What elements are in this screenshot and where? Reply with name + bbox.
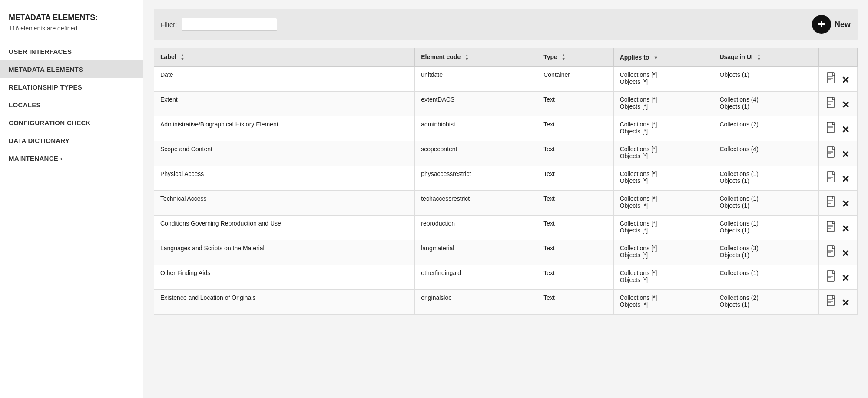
cell-actions: ✕ xyxy=(819,67,858,92)
cell-applies-to: Collections [*]Objects [*] xyxy=(613,191,713,216)
svg-rect-32 xyxy=(827,271,834,281)
delete-button[interactable]: ✕ xyxy=(840,222,851,235)
cell-applies-to: Collections [*]Objects [*] xyxy=(613,141,713,166)
cell-label: Languages and Scripts on the Material xyxy=(154,240,415,265)
cell-type: Text xyxy=(537,240,613,265)
edit-button[interactable] xyxy=(825,294,838,309)
cell-usage-in-ui: Collections (1)Objects (1) xyxy=(713,166,819,191)
sidebar: METADATA ELEMENTS: 116 elements are defi… xyxy=(0,0,143,398)
delete-button[interactable]: ✕ xyxy=(840,272,851,285)
edit-button[interactable] xyxy=(825,146,838,161)
col-header-label[interactable]: Label ▲ ▼ xyxy=(154,48,415,67)
table-row: Existence and Location of Originalsorigi… xyxy=(154,290,858,315)
cell-applies-to: Collections [*]Objects [*] xyxy=(613,116,713,141)
cell-type: Container xyxy=(537,67,613,92)
edit-button[interactable] xyxy=(825,71,838,86)
delete-button[interactable]: ✕ xyxy=(840,148,851,161)
sidebar-subtitle: 116 elements are defined xyxy=(0,24,143,39)
sidebar-item-locales[interactable]: LOCALES xyxy=(0,96,143,114)
cell-element-code: adminbiohist xyxy=(415,116,537,141)
cell-usage-in-ui: Collections (4) xyxy=(713,141,819,166)
cell-label: Extent xyxy=(154,92,415,116)
table-row: Scope and ContentscopecontentTextCollect… xyxy=(154,141,858,166)
cell-type: Text xyxy=(537,116,613,141)
cell-label: Other Finding Aids xyxy=(154,265,415,290)
table-row: Technical AccesstechaccessrestrictTextCo… xyxy=(154,191,858,216)
cell-label: Date xyxy=(154,67,415,92)
delete-button[interactable]: ✕ xyxy=(840,123,851,136)
cell-type: Text xyxy=(537,216,613,240)
table-row: DateunitdateContainerCollections [*]Obje… xyxy=(154,67,858,92)
svg-rect-24 xyxy=(827,221,834,232)
cell-element-code: scopecontent xyxy=(415,141,537,166)
cell-label: Administrative/Biographical History Elem… xyxy=(154,116,415,141)
table-header-row: Label ▲ ▼ Element code ▲ ▼ Type xyxy=(154,48,858,67)
cell-applies-to: Collections [*]Objects [*] xyxy=(613,67,713,92)
col-header-actions xyxy=(819,48,858,67)
sidebar-item-maintenance[interactable]: MAINTENANCE › xyxy=(0,149,143,167)
cell-applies-to: Collections [*]Objects [*] xyxy=(613,240,713,265)
table-row: ExtentextentDACSTextCollections [*]Objec… xyxy=(154,92,858,116)
edit-button[interactable] xyxy=(825,195,838,210)
cell-element-code: extentDACS xyxy=(415,92,537,116)
col-header-type[interactable]: Type ▲ ▼ xyxy=(537,48,613,67)
edit-button[interactable] xyxy=(825,121,838,136)
cell-usage-in-ui: Collections (1) xyxy=(713,265,819,290)
edit-button[interactable] xyxy=(825,269,838,285)
filter-bar: Filter: + New xyxy=(154,9,858,40)
cell-usage-in-ui: Collections (2)Objects (1) xyxy=(713,290,819,315)
delete-button[interactable]: ✕ xyxy=(840,99,851,112)
sidebar-title: METADATA ELEMENTS: xyxy=(0,9,143,24)
edit-button[interactable] xyxy=(825,245,838,260)
usage-sort-icon[interactable]: ▲ ▼ xyxy=(757,53,761,61)
col-header-usage-in-ui[interactable]: Usage in UI ▲ ▼ xyxy=(713,48,819,67)
filter-label: Filter: xyxy=(161,21,177,28)
table-row: Conditions Governing Reproduction and Us… xyxy=(154,216,858,240)
cell-applies-to: Collections [*]Objects [*] xyxy=(613,166,713,191)
type-sort-icon[interactable]: ▲ ▼ xyxy=(562,53,566,61)
sidebar-item-metadata-elements[interactable]: METADATA ELEMENTS xyxy=(0,60,143,78)
cell-type: Text xyxy=(537,290,613,315)
sidebar-item-relationship-types[interactable]: RELATIONSHIP TYPES xyxy=(0,78,143,96)
cell-label: Existence and Location of Originals xyxy=(154,290,415,315)
main-content: Filter: + New Label ▲ ▼ Element code xyxy=(143,0,868,398)
label-sort-icon[interactable]: ▲ ▼ xyxy=(180,53,184,61)
table-row: Languages and Scripts on the Materiallan… xyxy=(154,240,858,265)
delete-button[interactable]: ✕ xyxy=(840,297,851,310)
applies-to-filter-icon[interactable]: ▼ xyxy=(653,55,658,60)
table-row: Physical AccessphysaccessrestrictTextCol… xyxy=(154,166,858,191)
filter-section: Filter: xyxy=(161,18,277,31)
edit-button[interactable] xyxy=(825,96,838,111)
cell-element-code: otherfindingaid xyxy=(415,265,537,290)
edit-button[interactable] xyxy=(825,170,838,186)
delete-button[interactable]: ✕ xyxy=(840,198,851,211)
filter-input[interactable] xyxy=(182,18,277,31)
cell-type: Text xyxy=(537,141,613,166)
cell-usage-in-ui: Collections (1)Objects (1) xyxy=(713,191,819,216)
cell-actions: ✕ xyxy=(819,166,858,191)
cell-actions: ✕ xyxy=(819,265,858,290)
svg-rect-12 xyxy=(827,147,834,157)
col-header-applies-to[interactable]: Applies to ▼ xyxy=(613,48,713,67)
sidebar-item-data-dictionary[interactable]: DATA DICTIONARY xyxy=(0,132,143,149)
edit-button[interactable] xyxy=(825,220,838,235)
cell-label: Physical Access xyxy=(154,166,415,191)
delete-button[interactable]: ✕ xyxy=(840,247,851,260)
svg-rect-36 xyxy=(827,295,834,306)
cell-element-code: unitdate xyxy=(415,67,537,92)
col-header-element-code[interactable]: Element code ▲ ▼ xyxy=(415,48,537,67)
table-row: Administrative/Biographical History Elem… xyxy=(154,116,858,141)
svg-rect-20 xyxy=(827,196,834,207)
cell-element-code: reproduction xyxy=(415,216,537,240)
cell-type: Text xyxy=(537,92,613,116)
delete-button[interactable]: ✕ xyxy=(840,173,851,186)
svg-rect-0 xyxy=(827,73,834,83)
cell-element-code: langmaterial xyxy=(415,240,537,265)
sidebar-item-user-interfaces[interactable]: USER INTERFACES xyxy=(0,43,143,60)
new-button[interactable]: + New xyxy=(812,15,851,34)
delete-button[interactable]: ✕ xyxy=(840,74,851,87)
table-row: Other Finding AidsotherfindingaidTextCol… xyxy=(154,265,858,290)
sidebar-item-configuration-check[interactable]: CONFIGURATION CHECK xyxy=(0,114,143,132)
element-code-sort-icon[interactable]: ▲ ▼ xyxy=(465,53,469,61)
cell-applies-to: Collections [*]Objects [*] xyxy=(613,92,713,116)
